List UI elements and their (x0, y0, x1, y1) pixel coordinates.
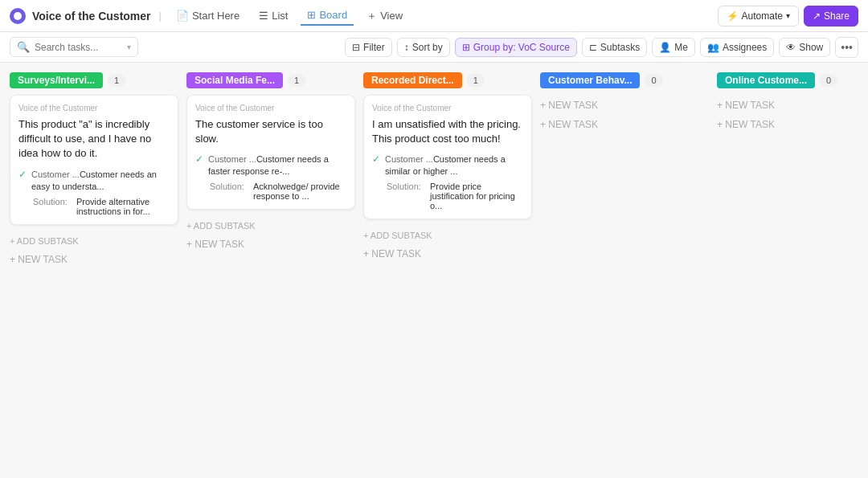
card-breadcrumb: Voice of the Customer (18, 104, 170, 112)
solution-label: Solution: (33, 197, 72, 216)
subtask-label: Customer ... (31, 170, 80, 179)
automate-button[interactable]: ⚡ Automate ▾ (718, 6, 799, 27)
column-badge-social[interactable]: Social Media Fe... (186, 72, 283, 88)
subtasks-button[interactable]: ⊏ Subtasks (582, 38, 647, 57)
subtask-row: ✓Customer ...Customer needs a faster res… (195, 153, 346, 177)
subtask-checkbox[interactable]: ✓ (18, 169, 27, 180)
subtask-checkbox[interactable]: ✓ (195, 153, 203, 165)
nav-left: Voice of the Customer | 📄 Start Here ☰ L… (10, 6, 409, 27)
new-task-button[interactable]: + NEW TASK (363, 245, 532, 263)
column-header-social: Social Media Fe...1 (186, 72, 355, 88)
column-count-behavior: 0 (645, 74, 662, 87)
column-header-behavior: Customer Behav...0 (540, 72, 709, 88)
subtask-row: ✓Customer ...Customer needs an easy to u… (18, 168, 170, 192)
view-tab[interactable]: ＋ View (360, 6, 409, 27)
solution-row: Solution:Provide price justification for… (387, 182, 523, 210)
column-header-surveys: Surveys/Intervi...1 (10, 72, 178, 88)
new-task-button[interactable]: + NEW TASK (186, 235, 355, 253)
add-subtask-button[interactable]: + ADD SUBTASK (186, 218, 355, 234)
new-task-button[interactable]: + NEW TASK (717, 116, 868, 133)
subtask-body: Customer ...Customer needs an easy to un… (31, 168, 170, 192)
filter-button[interactable]: ⊟ Filter (345, 38, 392, 57)
column-recorded: Recorded Direct...1Voice of the Customer… (363, 72, 532, 263)
column-social: Social Media Fe...1Voice of the Customer… (186, 72, 355, 253)
card: Voice of the CustomerThe customer servic… (186, 95, 355, 210)
card-breadcrumb: Voice of the Customer (372, 104, 523, 112)
more-options-button[interactable]: ••• (835, 37, 858, 58)
list-tab[interactable]: ☰ List (252, 6, 294, 25)
column-count-recorded: 1 (467, 74, 485, 87)
me-button[interactable]: 👤 Me (652, 38, 695, 57)
chevron-down-icon: ▾ (786, 11, 790, 20)
app-title: Voice of the Customer (32, 10, 151, 22)
nav-right: ⚡ Automate ▾ ↗ Share (718, 6, 858, 27)
start-here-tab[interactable]: 📄 Start Here (170, 6, 246, 25)
new-task-button[interactable]: + NEW TASK (540, 116, 709, 133)
toolbar-right: ⊟ Filter ↕ Sort by ⊞ Group by: VoC Sourc… (345, 37, 858, 58)
add-subtask-button[interactable]: + ADD SUBTASK (10, 233, 178, 249)
board-tab[interactable]: ⊞ Board (301, 6, 354, 26)
top-nav: Voice of the Customer | 📄 Start Here ☰ L… (0, 0, 868, 32)
column-surveys: Surveys/Intervi...1Voice of the Customer… (10, 72, 178, 268)
column-header-recorded: Recorded Direct...1 (363, 72, 532, 88)
list-icon: ☰ (259, 10, 268, 22)
group-by-button[interactable]: ⊞ Group by: VoC Source (455, 38, 577, 57)
solution-row: Solution:Acknolwedge/ provide response t… (210, 182, 346, 201)
person-icon: 👤 (659, 42, 671, 53)
doc-icon: 📄 (176, 10, 189, 22)
nav-separator: | (159, 10, 162, 22)
card: Voice of the CustomerThis product "a" is… (10, 95, 178, 225)
column-count-surveys: 1 (108, 74, 125, 87)
solution-label: Solution: (210, 182, 248, 201)
assignees-icon: 👥 (707, 42, 719, 53)
column-badge-recorded[interactable]: Recorded Direct... (363, 72, 462, 88)
toolbar-left: 🔍 ▾ (10, 37, 138, 57)
eye-icon: 👁 (786, 42, 796, 53)
column-header-online: Online Custome...0 (717, 72, 868, 88)
solution-value: Acknolwedge/ provide response to ... (253, 182, 346, 201)
card-breadcrumb: Voice of the Customer (195, 104, 346, 112)
new-task-top-behavior[interactable]: + NEW TASK (540, 96, 709, 114)
column-online: Online Custome...0+ NEW TASK+ NEW TASK (717, 72, 868, 133)
sort-by-button[interactable]: ↕ Sort by (397, 38, 450, 57)
group-icon: ⊞ (462, 42, 470, 53)
subtask-row: ✓Customer ...Customer needs a similar or… (372, 153, 523, 177)
add-subtask-button[interactable]: + ADD SUBTASK (363, 227, 532, 243)
board: Surveys/Intervi...1Voice of the Customer… (0, 63, 868, 478)
subtask-checkbox[interactable]: ✓ (372, 153, 380, 165)
column-badge-surveys[interactable]: Surveys/Intervi... (10, 72, 103, 88)
card-title: This product "a" is incredibly difficult… (18, 117, 170, 161)
search-icon: 🔍 (17, 41, 30, 53)
card-title: I am unsatisfied with the pricing. This … (372, 117, 523, 146)
chevron-down-icon: ▾ (127, 43, 131, 51)
column-behavior: Customer Behav...0+ NEW TASK+ NEW TASK (540, 72, 709, 133)
subtask-label: Customer ... (385, 154, 433, 164)
new-task-top-online[interactable]: + NEW TASK (717, 96, 868, 114)
solution-label: Solution: (387, 182, 425, 210)
card-title: The customer service is too slow. (195, 117, 346, 146)
toolbar: 🔍 ▾ ⊟ Filter ↕ Sort by ⊞ Group by: VoC S… (0, 32, 868, 63)
search-box[interactable]: 🔍 ▾ (10, 37, 138, 57)
plus-icon: ＋ (366, 9, 377, 23)
column-count-online: 0 (820, 74, 837, 87)
show-button[interactable]: 👁 Show (779, 38, 830, 57)
subtasks-icon: ⊏ (589, 42, 597, 53)
app-icon (10, 8, 26, 24)
new-task-button[interactable]: + NEW TASK (10, 251, 178, 268)
automate-icon: ⚡ (727, 10, 739, 22)
assignees-button[interactable]: 👥 Assignees (700, 38, 774, 57)
solution-value: Provide alternative instructions in for.… (76, 197, 170, 216)
filter-icon: ⊟ (352, 42, 360, 53)
column-badge-behavior[interactable]: Customer Behav... (540, 72, 640, 88)
card: Voice of the CustomerI am unsatisfied wi… (363, 95, 532, 219)
share-icon: ↗ (813, 10, 821, 22)
svg-point-0 (14, 12, 22, 20)
search-input[interactable] (35, 42, 122, 53)
share-button[interactable]: ↗ Share (804, 6, 858, 27)
solution-row: Solution:Provide alternative instruction… (33, 197, 170, 216)
subtask-body: Customer ...Customer needs a similar or … (385, 153, 523, 177)
solution-value: Provide price justification for pricing … (430, 182, 523, 210)
column-badge-online[interactable]: Online Custome... (717, 72, 815, 88)
board-icon: ⊞ (307, 9, 316, 21)
subtask-label: Customer ... (208, 154, 256, 164)
